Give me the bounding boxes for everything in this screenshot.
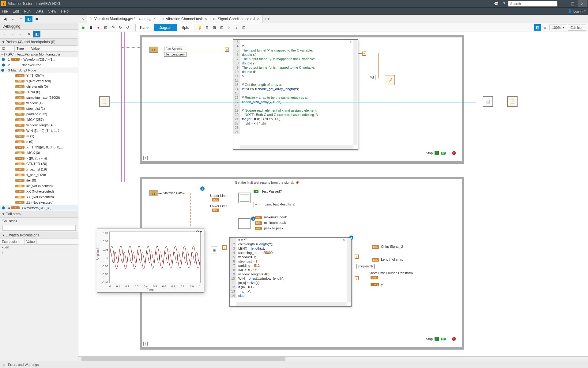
warning-icon[interactable]: ⚠ [2, 362, 6, 366]
align-tool-3[interactable]: ⊡ [218, 24, 225, 31]
mathscript-node[interactable]: M 3 1x = Y';2chirplength = length(Y);3LE… [229, 237, 352, 307]
file-open-node[interactable]: 📄 [99, 96, 110, 107]
case-fan-speed[interactable]: Fan Speed▸ [164, 47, 184, 51]
edit-icon-button[interactable]: Edit icon [568, 25, 586, 31]
probe-file-row[interactable]: ▴▷:PC:Inter...:Vibration Monitoring.gvi [0, 52, 78, 57]
probe-variable-row[interactable]: [DBL]Y ([1, 0]{()}) [0, 73, 78, 78]
probe-variable-row[interactable]: [DBL]WIN ([1, 40]{(1, 1, 1, 1... [0, 128, 78, 133]
probe-variable-row[interactable]: DBLLENX (0) [0, 89, 78, 95]
probe-variable-row[interactable]: [DBL]X ([1, 39]{(0, 0, 0, 0, 0,... [0, 144, 78, 150]
probe-variable-row[interactable]: DBLZZ (Not executed) [0, 200, 78, 205]
probe-row[interactable]: 2 Not executed [0, 62, 78, 68]
step-out-button[interactable]: ↺ [124, 24, 131, 31]
run-button[interactable]: ▶ [80, 24, 87, 31]
menu-help[interactable]: Help [61, 9, 69, 13]
scrollbar-horizontal[interactable] [236, 302, 347, 306]
limit-test-vi[interactable] [238, 193, 251, 203]
probe-variable-row[interactable]: DBLx_pad_fi (20) [0, 172, 78, 178]
view-tab-panel[interactable]: Panel [135, 24, 154, 31]
breakpoint-1[interactable]: 1 [200, 186, 205, 191]
step-into-button[interactable]: ↷ [110, 24, 116, 31]
add-tab-button[interactable]: + ▾ [263, 15, 271, 23]
nav-back-button[interactable]: ◀ [1, 16, 9, 22]
probe-variable-row[interactable]: DBLIMGY (257) [0, 117, 78, 122]
home-tab[interactable]: ⌂ [78, 15, 87, 23]
resample-vi[interactable]: ⊞ [211, 247, 218, 254]
probe-row[interactable]: 4 ∿ <Waveform(DBL)>{... [0, 205, 78, 211]
scrollbar-vertical[interactable] [347, 238, 351, 302]
peak-detect-vi[interactable] [238, 218, 251, 229]
mathscript-node-row[interactable]: 3 MathScript Node [0, 68, 78, 73]
diagram-canvas[interactable]: ⫿⫿ Fan Speed▸ Temperature▸ x [78, 32, 588, 356]
list-view-button[interactable]: ≡ [17, 16, 24, 22]
callstack-header[interactable]: ▾Call stack [0, 211, 78, 218]
callstack-input[interactable] [2, 225, 76, 231]
probe-variable-row[interactable]: DBLsampling_rate (25000) [0, 95, 78, 100]
y-terminal[interactable]: y [362, 52, 366, 56]
align-tool-1[interactable]: ⊟ [204, 24, 210, 31]
case-temperature[interactable]: Temperature▸ [164, 52, 187, 57]
align-tool-2[interactable]: ⊞ [211, 24, 218, 31]
probe-variable-row[interactable]: DBLn (0) [0, 139, 78, 144]
cleanup-button[interactable]: ✕ [226, 24, 232, 31]
probe-variable-row[interactable]: DBLCENTER (20) [0, 161, 78, 167]
probe-variable-row[interactable]: DBLchirplength (0) [0, 84, 78, 89]
speech-bubble-icon[interactable]: 💬 [492, 1, 500, 7]
cwatch-header[interactable]: ▾C watch expressions [0, 232, 78, 239]
x-terminal[interactable]: x [225, 48, 229, 52]
probe-variable-row[interactable]: DBLstep_dist (1) [0, 106, 78, 111]
probe-variable-row[interactable]: DBLIMGX (0) [0, 150, 78, 155]
build-path-node[interactable]: 📊 [483, 96, 493, 107]
merge-signals-node[interactable]: ⫿⫿ [149, 47, 158, 53]
probe-variable-row[interactable]: [DBL]y ([0, 257]{()}) [0, 155, 78, 161]
probe-variable-row[interactable]: DBLm (1) [0, 133, 78, 139]
align-tool-6[interactable]: ⊡ [240, 24, 247, 31]
probe-variable-row[interactable]: DBLpadding (512) [0, 111, 78, 117]
probe-variable-row[interactable]: DBLYY (Not executed) [0, 194, 78, 200]
case-vibration-data[interactable]: Vibration Data▸ [162, 191, 186, 195]
view-tab-split[interactable]: Split [177, 24, 193, 31]
probe-variable-row[interactable]: DBLx (Not executed) [0, 78, 78, 84]
debug-tool-active[interactable]: ◧ [33, 31, 40, 37]
layout-mode-1[interactable]: ◧ [534, 24, 541, 31]
view-tab-diagram[interactable]: Diagram [154, 24, 177, 31]
pause-button[interactable]: ⏸ [88, 24, 94, 31]
close-button[interactable]: ✕ [578, 0, 587, 7]
menu-file[interactable]: File [2, 9, 8, 13]
align-tool-5[interactable]: ↕ [233, 24, 240, 31]
layout-mode-2[interactable]: ≡ [541, 24, 549, 31]
tab-close-icon[interactable]: ✕ [257, 17, 259, 21]
help-icon[interactable]: ? [500, 1, 508, 7]
menu-run[interactable]: Run [24, 9, 31, 13]
new-doc-button[interactable]: ▪ [9, 16, 17, 22]
probe-variable-row[interactable]: DBLXX (Not executed) [0, 189, 78, 194]
comment-box[interactable]: Get the limit test results from the sign… [233, 180, 301, 185]
waveform-probe-popup[interactable]: ⚙ ▾ Amplitude 0.07 0.05 0.03 0 -0.03 -0.… [97, 228, 204, 293]
y-terminal-2[interactable]: y [222, 245, 227, 250]
probes-section-header[interactable]: ▾Probes (4) and breakpoints (0) [0, 39, 78, 46]
minimize-button[interactable]: — [558, 0, 567, 7]
c-code-node[interactable]: C 34/*5The input tunnel 'x' is mapped to… [233, 39, 358, 150]
scrollbar-horizontal[interactable] [240, 145, 353, 149]
tab-signal-conditioning[interactable]: ▷ Signal Conditioning.gvi ✕ [210, 15, 263, 23]
horizontal-scrollbar[interactable] [78, 356, 588, 361]
build-text-node[interactable]: 📝 [385, 75, 395, 85]
tab-close-icon[interactable]: ✕ [153, 17, 156, 20]
diagram-view-button[interactable]: ◧ [25, 16, 32, 22]
menu-data[interactable]: Data [36, 9, 43, 13]
chirplength-terminal[interactable]: chirplength [356, 264, 375, 269]
tab-vibration-monitoring[interactable]: ▷ Vibration Monitoring.gvi * - running ✕ [87, 15, 159, 23]
y-out-terminal[interactable]: y [355, 276, 359, 280]
tab-close-icon[interactable]: ✕ [205, 17, 207, 21]
stop-indicator[interactable] [435, 151, 439, 155]
debug-tool-1[interactable]: ◦ [1, 31, 9, 37]
tab-vibration-channel[interactable]: ⫾ Vibration Channel.task ✕ [159, 15, 211, 23]
probe-row[interactable]: 1 ∿ <Waveform(DBL)>{1... [0, 57, 78, 62]
file-close-node[interactable]: 📄 [507, 96, 518, 107]
errors-warnings-link[interactable]: Errors and Warnings [8, 363, 39, 366]
format-string-node[interactable]: %f [369, 75, 375, 80]
highlight-execution-button[interactable]: ⊡ [102, 24, 109, 31]
stop-indicator[interactable] [435, 337, 439, 341]
scrollbar-vertical[interactable] [353, 40, 358, 145]
step-over-button[interactable]: ↻ [117, 24, 124, 31]
